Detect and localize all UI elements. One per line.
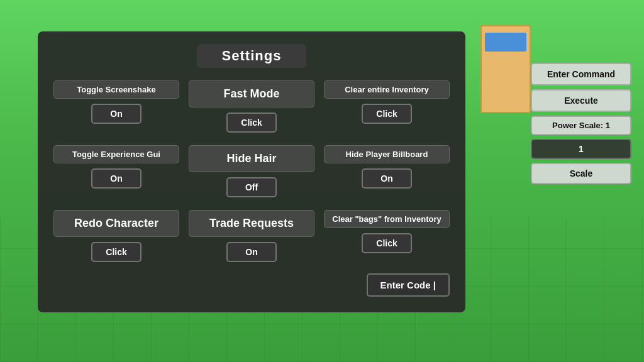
- clear-inventory-button[interactable]: Click: [362, 104, 412, 124]
- toggle-experience-gui-button[interactable]: On: [91, 168, 142, 189]
- enter-code-cursor: |: [433, 280, 436, 290]
- hide-player-billboard-label: Hide Player Billboard: [324, 145, 450, 163]
- trade-requests-button[interactable]: On: [226, 242, 277, 262]
- power-scale-label: Power Scale: 1: [531, 116, 631, 135]
- setting-item-clear-inventory: Clear entire Inventory Click: [324, 80, 450, 133]
- hide-hair-label: Hide Hair: [189, 145, 314, 172]
- execute-button[interactable]: Execute: [531, 89, 631, 112]
- setting-item-toggle-screenshake: Toggle Screenshake On: [53, 80, 179, 133]
- toggle-experience-gui-label: Toggle Experience Gui: [53, 145, 179, 163]
- scale-button[interactable]: Scale: [531, 163, 631, 184]
- settings-grid: Toggle Screenshake On Fast Mode Click Cl…: [53, 80, 450, 262]
- setting-item-hide-player-billboard: Hide Player Billboard On: [324, 145, 450, 197]
- enter-code-button[interactable]: Enter Code |: [367, 273, 450, 297]
- clear-bags-button[interactable]: Click: [362, 233, 412, 253]
- setting-item-toggle-experience-gui: Toggle Experience Gui On: [53, 145, 179, 197]
- settings-title: Settings: [197, 44, 307, 68]
- fast-mode-button[interactable]: Click: [226, 112, 277, 133]
- building-decoration: [480, 25, 531, 113]
- redo-character-button[interactable]: Click: [91, 242, 142, 262]
- setting-item-hide-hair: Hide Hair Off: [189, 145, 314, 197]
- toggle-screenshake-button[interactable]: On: [91, 104, 142, 124]
- settings-title-bar: Settings: [53, 44, 450, 68]
- fast-mode-label: Fast Mode: [189, 80, 314, 107]
- enter-code-bar: Enter Code |: [53, 273, 450, 297]
- toggle-screenshake-label: Toggle Screenshake: [53, 80, 179, 99]
- hide-hair-button[interactable]: Off: [226, 177, 277, 197]
- power-scale-input[interactable]: [531, 139, 631, 159]
- right-panel: Enter Command Execute Power Scale: 1 Sca…: [531, 63, 631, 184]
- redo-character-label: Redo Character: [53, 210, 179, 237]
- setting-item-fast-mode: Fast Mode Click: [189, 80, 314, 133]
- setting-item-redo-character: Redo Character Click: [53, 210, 179, 262]
- trade-requests-label: Trade Requests: [189, 210, 314, 237]
- setting-item-clear-bags: Clear "bags" from Inventory Click: [324, 210, 450, 262]
- clear-inventory-label: Clear entire Inventory: [324, 80, 450, 99]
- settings-panel: Settings Toggle Screenshake On Fast Mode…: [38, 31, 465, 312]
- setting-item-trade-requests: Trade Requests On: [189, 210, 314, 262]
- enter-command-button[interactable]: Enter Command: [531, 63, 631, 85]
- clear-bags-label: Clear "bags" from Inventory: [324, 210, 450, 228]
- hide-player-billboard-button[interactable]: On: [362, 168, 412, 189]
- enter-code-label: Enter Code: [380, 280, 431, 290]
